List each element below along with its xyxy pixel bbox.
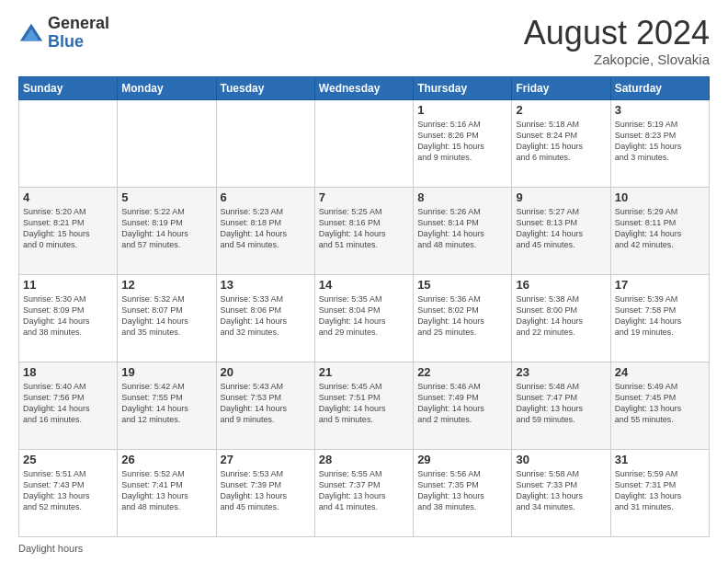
day-info: Sunrise: 5:32 AM Sunset: 8:07 PM Dayligh… — [121, 293, 211, 339]
day-number: 10 — [615, 190, 705, 204]
day-number: 27 — [221, 453, 311, 466]
day-info: Sunrise: 5:48 AM Sunset: 7:47 PM Dayligh… — [516, 381, 606, 426]
day-number: 29 — [417, 453, 507, 466]
calendar-cell: 24Sunrise: 5:49 AM Sunset: 7:45 PM Dayli… — [610, 362, 709, 449]
day-info: Sunrise: 5:27 AM Sunset: 8:13 PM Dayligh… — [516, 206, 606, 251]
calendar-cell: 25Sunrise: 5:51 AM Sunset: 7:43 PM Dayli… — [19, 449, 118, 536]
calendar-cell: 9Sunrise: 5:27 AM Sunset: 8:13 PM Daylig… — [512, 187, 610, 274]
calendar-cell: 13Sunrise: 5:33 AM Sunset: 8:06 PM Dayli… — [216, 274, 314, 362]
calendar-cell: 16Sunrise: 5:38 AM Sunset: 8:00 PM Dayli… — [512, 274, 610, 362]
calendar-cell: 12Sunrise: 5:32 AM Sunset: 8:07 PM Dayli… — [118, 274, 216, 362]
week-row-3: 11Sunrise: 5:30 AM Sunset: 8:09 PM Dayli… — [19, 274, 710, 362]
day-info: Sunrise: 5:30 AM Sunset: 8:09 PM Dayligh… — [23, 293, 113, 339]
day-info: Sunrise: 5:19 AM Sunset: 8:23 PM Dayligh… — [615, 119, 705, 164]
calendar-cell: 11Sunrise: 5:30 AM Sunset: 8:09 PM Dayli… — [19, 274, 118, 362]
day-info: Sunrise: 5:16 AM Sunset: 8:26 PM Dayligh… — [417, 119, 507, 164]
page: General Blue August 2024 Zakopcie, Slova… — [0, 0, 728, 563]
day-number: 9 — [516, 190, 606, 204]
week-row-5: 25Sunrise: 5:51 AM Sunset: 7:43 PM Dayli… — [19, 449, 710, 536]
calendar-cell: 22Sunrise: 5:46 AM Sunset: 7:49 PM Dayli… — [414, 362, 512, 449]
day-info: Sunrise: 5:23 AM Sunset: 8:18 PM Dayligh… — [221, 206, 311, 251]
logo-icon — [18, 20, 44, 46]
day-info: Sunrise: 5:55 AM Sunset: 7:37 PM Dayligh… — [319, 468, 409, 513]
day-number: 11 — [23, 278, 113, 292]
day-info: Sunrise: 5:33 AM Sunset: 8:06 PM Dayligh… — [221, 293, 311, 339]
calendar-cell: 20Sunrise: 5:43 AM Sunset: 7:53 PM Dayli… — [216, 362, 314, 449]
day-info: Sunrise: 5:45 AM Sunset: 7:51 PM Dayligh… — [319, 381, 409, 426]
day-info: Sunrise: 5:25 AM Sunset: 8:16 PM Dayligh… — [319, 206, 409, 251]
day-number: 22 — [417, 365, 507, 379]
day-info: Sunrise: 5:42 AM Sunset: 7:55 PM Dayligh… — [121, 381, 211, 426]
calendar-cell — [118, 99, 216, 187]
calendar-cell: 7Sunrise: 5:25 AM Sunset: 8:16 PM Daylig… — [314, 187, 413, 274]
day-number: 26 — [121, 453, 211, 466]
day-info: Sunrise: 5:56 AM Sunset: 7:35 PM Dayligh… — [417, 468, 507, 513]
day-info: Sunrise: 5:39 AM Sunset: 7:58 PM Dayligh… — [615, 293, 705, 339]
day-number: 20 — [221, 365, 311, 379]
day-info: Sunrise: 5:22 AM Sunset: 8:19 PM Dayligh… — [121, 206, 211, 251]
header: General Blue August 2024 Zakopcie, Slova… — [18, 15, 710, 67]
day-info: Sunrise: 5:40 AM Sunset: 7:56 PM Dayligh… — [23, 381, 113, 426]
day-number: 28 — [319, 453, 409, 466]
day-info: Sunrise: 5:26 AM Sunset: 8:14 PM Dayligh… — [417, 206, 507, 251]
calendar-cell: 18Sunrise: 5:40 AM Sunset: 7:56 PM Dayli… — [19, 362, 118, 449]
day-number: 19 — [121, 365, 211, 379]
day-number: 31 — [615, 453, 705, 466]
month-title: August 2024 — [524, 15, 710, 52]
calendar-table: SundayMondayTuesdayWednesdayThursdayFrid… — [18, 76, 710, 537]
day-info: Sunrise: 5:58 AM Sunset: 7:33 PM Dayligh… — [516, 468, 606, 513]
day-info: Sunrise: 5:51 AM Sunset: 7:43 PM Dayligh… — [23, 468, 113, 513]
calendar-cell: 4Sunrise: 5:20 AM Sunset: 8:21 PM Daylig… — [19, 187, 118, 274]
day-info: Sunrise: 5:18 AM Sunset: 8:24 PM Dayligh… — [516, 119, 606, 164]
day-number: 5 — [121, 190, 211, 204]
day-info: Sunrise: 5:35 AM Sunset: 8:04 PM Dayligh… — [319, 293, 409, 339]
logo: General Blue — [18, 15, 109, 52]
weekday-header-wednesday: Wednesday — [314, 76, 413, 99]
calendar-cell: 15Sunrise: 5:36 AM Sunset: 8:02 PM Dayli… — [414, 274, 512, 362]
day-info: Sunrise: 5:29 AM Sunset: 8:11 PM Dayligh… — [615, 206, 705, 251]
day-number: 23 — [516, 365, 606, 379]
calendar-cell: 8Sunrise: 5:26 AM Sunset: 8:14 PM Daylig… — [414, 187, 512, 274]
weekday-header-friday: Friday — [512, 76, 610, 99]
day-info: Sunrise: 5:49 AM Sunset: 7:45 PM Dayligh… — [615, 381, 705, 426]
day-info: Sunrise: 5:53 AM Sunset: 7:39 PM Dayligh… — [221, 468, 311, 513]
day-number: 6 — [221, 190, 311, 204]
week-row-1: 1Sunrise: 5:16 AM Sunset: 8:26 PM Daylig… — [19, 99, 710, 187]
day-number: 15 — [417, 278, 507, 292]
calendar-cell: 27Sunrise: 5:53 AM Sunset: 7:39 PM Dayli… — [216, 449, 314, 536]
location: Zakopcie, Slovakia — [524, 52, 710, 67]
day-info: Sunrise: 5:43 AM Sunset: 7:53 PM Dayligh… — [221, 381, 311, 426]
day-info: Sunrise: 5:59 AM Sunset: 7:31 PM Dayligh… — [615, 468, 705, 513]
calendar-cell — [314, 99, 413, 187]
calendar-cell: 29Sunrise: 5:56 AM Sunset: 7:35 PM Dayli… — [414, 449, 512, 536]
calendar-cell: 17Sunrise: 5:39 AM Sunset: 7:58 PM Dayli… — [610, 274, 709, 362]
day-number: 16 — [516, 278, 606, 292]
day-number: 12 — [121, 278, 211, 292]
calendar-cell: 2Sunrise: 5:18 AM Sunset: 8:24 PM Daylig… — [512, 99, 610, 187]
calendar-cell: 30Sunrise: 5:58 AM Sunset: 7:33 PM Dayli… — [512, 449, 610, 536]
day-number: 2 — [516, 103, 606, 117]
logo-blue-text: Blue — [48, 32, 84, 51]
week-row-2: 4Sunrise: 5:20 AM Sunset: 8:21 PM Daylig… — [19, 187, 710, 274]
calendar-cell: 31Sunrise: 5:59 AM Sunset: 7:31 PM Dayli… — [610, 449, 709, 536]
day-number: 21 — [319, 365, 409, 379]
day-number: 17 — [615, 278, 705, 292]
footer: Daylight hours — [18, 543, 710, 554]
day-number: 25 — [23, 453, 113, 466]
day-number: 14 — [319, 278, 409, 292]
calendar-cell: 28Sunrise: 5:55 AM Sunset: 7:37 PM Dayli… — [314, 449, 413, 536]
weekday-header-tuesday: Tuesday — [216, 76, 314, 99]
day-number: 8 — [417, 190, 507, 204]
day-number: 4 — [23, 190, 113, 204]
calendar-cell: 10Sunrise: 5:29 AM Sunset: 8:11 PM Dayli… — [610, 187, 709, 274]
calendar-cell: 14Sunrise: 5:35 AM Sunset: 8:04 PM Dayli… — [314, 274, 413, 362]
weekday-header-monday: Monday — [118, 76, 216, 99]
day-number: 3 — [615, 103, 705, 117]
calendar-cell — [216, 99, 314, 187]
calendar-cell: 3Sunrise: 5:19 AM Sunset: 8:23 PM Daylig… — [610, 99, 709, 187]
weekday-header-row: SundayMondayTuesdayWednesdayThursdayFrid… — [19, 76, 710, 99]
title-block: August 2024 Zakopcie, Slovakia — [524, 15, 710, 67]
calendar-cell: 23Sunrise: 5:48 AM Sunset: 7:47 PM Dayli… — [512, 362, 610, 449]
calendar-cell: 21Sunrise: 5:45 AM Sunset: 7:51 PM Dayli… — [314, 362, 413, 449]
calendar-cell: 19Sunrise: 5:42 AM Sunset: 7:55 PM Dayli… — [118, 362, 216, 449]
